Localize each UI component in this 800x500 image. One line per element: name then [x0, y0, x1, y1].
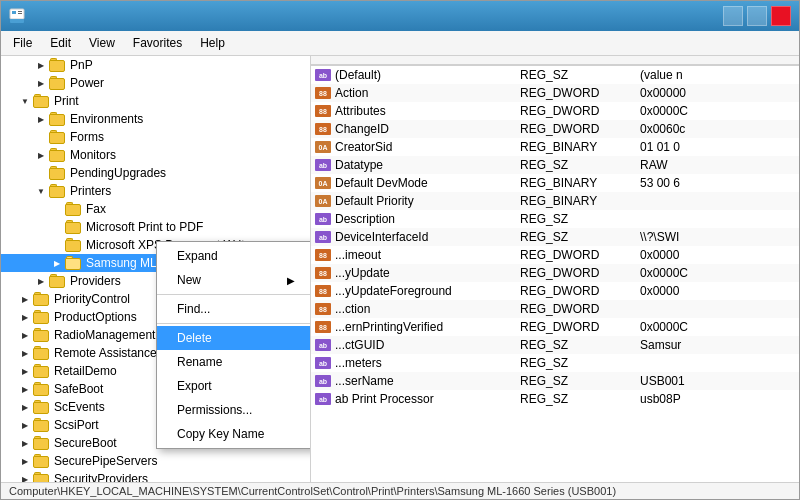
tree-item-monitors[interactable]: ▶Monitors — [1, 146, 310, 164]
tree-item-label: ScEvents — [54, 400, 105, 414]
table-row[interactable]: 0ADefault PriorityREG_BINARY — [311, 192, 799, 210]
registry-entry-name: (Default) — [335, 68, 520, 82]
expander-icon[interactable]: ▶ — [17, 367, 33, 376]
table-row[interactable]: abDatatypeREG_SZRAW — [311, 156, 799, 174]
registry-type-icon: ab — [315, 357, 331, 369]
ctx-item-permissions[interactable]: Permissions... — [157, 398, 311, 422]
tree-item-pendinupgrades[interactable]: PendingUpgrades — [1, 164, 310, 182]
ctx-item-copyname[interactable]: Copy Key Name — [157, 422, 311, 446]
name-column-header — [315, 58, 515, 62]
expander-icon[interactable]: ▶ — [17, 457, 33, 466]
ctx-item-find[interactable]: Find... — [157, 297, 311, 321]
data-column-header — [635, 58, 795, 62]
ctx-item-expand[interactable]: Expand — [157, 244, 311, 268]
registry-type-icon: ab — [315, 393, 331, 405]
maximize-button[interactable] — [747, 6, 767, 26]
minimize-button[interactable] — [723, 6, 743, 26]
expander-icon[interactable]: ▶ — [17, 331, 33, 340]
tree-item-environments[interactable]: ▶Environments — [1, 110, 310, 128]
table-row[interactable]: ab...metersREG_SZ — [311, 354, 799, 372]
folder-icon — [49, 76, 67, 90]
folder-icon — [33, 436, 51, 450]
table-row[interactable]: 88...imeoutREG_DWORD0x0000 — [311, 246, 799, 264]
expander-icon[interactable]: ▶ — [17, 439, 33, 448]
expander-icon[interactable]: ▶ — [49, 259, 65, 268]
ctx-item-delete[interactable]: Delete — [157, 326, 311, 350]
menu-item-favorites[interactable]: Favorites — [125, 33, 190, 53]
table-row[interactable]: 88...ctionREG_DWORD — [311, 300, 799, 318]
menu-item-edit[interactable]: Edit — [42, 33, 79, 53]
registry-entry-type: REG_SZ — [520, 68, 640, 82]
expander-icon[interactable]: ▶ — [17, 295, 33, 304]
registry-header — [311, 56, 799, 66]
menu-item-help[interactable]: Help — [192, 33, 233, 53]
registry-entry-name: Default DevMode — [335, 176, 520, 190]
registry-entry-name: ...ernPrintingVerified — [335, 320, 520, 334]
tree-item-forms[interactable]: Forms — [1, 128, 310, 146]
registry-entry-name: Description — [335, 212, 520, 226]
expander-icon[interactable]: ▼ — [17, 97, 33, 106]
table-row[interactable]: 0ADefault DevModeREG_BINARY53 00 6 — [311, 174, 799, 192]
tree-item-securepipe[interactable]: ▶SecurePipeServers — [1, 452, 310, 470]
tree-pane: ▶PnP▶Power▼Print▶EnvironmentsForms▶Monit… — [1, 56, 311, 482]
registry-entry-type: REG_BINARY — [520, 176, 640, 190]
expander-icon[interactable]: ▶ — [17, 385, 33, 394]
table-row[interactable]: 88ChangeIDREG_DWORD0x0060c — [311, 120, 799, 138]
expander-icon[interactable]: ▶ — [17, 421, 33, 430]
registry-entry-data: 0x0000C — [640, 320, 795, 334]
registry-entry-name: ...serName — [335, 374, 520, 388]
table-row[interactable]: abDescriptionREG_SZ — [311, 210, 799, 228]
table-row[interactable]: ab(Default)REG_SZ(value n — [311, 66, 799, 84]
expander-icon[interactable]: ▶ — [17, 313, 33, 322]
registry-entry-type: REG_DWORD — [520, 122, 640, 136]
table-row[interactable]: 88AttributesREG_DWORD0x0000C — [311, 102, 799, 120]
expander-icon[interactable]: ▶ — [33, 115, 49, 124]
menu-item-view[interactable]: View — [81, 33, 123, 53]
registry-table[interactable]: ab(Default)REG_SZ(value n88ActionREG_DWO… — [311, 66, 799, 482]
expander-icon[interactable]: ▶ — [17, 403, 33, 412]
tree-item-power[interactable]: ▶Power — [1, 74, 310, 92]
tree-item-mspdf[interactable]: Microsoft Print to PDF — [1, 218, 310, 236]
folder-icon — [33, 454, 51, 468]
tree-item-pnp[interactable]: ▶PnP — [1, 56, 310, 74]
tree-item-print[interactable]: ▼Print — [1, 92, 310, 110]
table-row[interactable]: abab Print ProcessorREG_SZusb08P — [311, 390, 799, 408]
table-row[interactable]: ab...ctGUIDREG_SZSamsur — [311, 336, 799, 354]
table-row[interactable]: 0ACreatorSidREG_BINARY01 01 0 — [311, 138, 799, 156]
expander-icon[interactable]: ▶ — [33, 79, 49, 88]
svg-rect-2 — [18, 11, 22, 12]
folder-icon — [33, 94, 51, 108]
expander-icon[interactable]: ▶ — [17, 475, 33, 483]
registry-entry-name: ChangeID — [335, 122, 520, 136]
ctx-item-new[interactable]: New▶ — [157, 268, 311, 292]
expander-icon[interactable]: ▼ — [33, 187, 49, 196]
expander-icon[interactable]: ▶ — [33, 151, 49, 160]
expander-icon[interactable]: ▶ — [33, 61, 49, 70]
table-row[interactable]: 88...yUpdateREG_DWORD0x0000C — [311, 264, 799, 282]
registry-entry-type: REG_SZ — [520, 212, 640, 226]
folder-icon — [49, 112, 67, 126]
expander-icon[interactable]: ▶ — [33, 277, 49, 286]
tree-item-secproviders[interactable]: ▶SecurityProviders — [1, 470, 310, 482]
svg-rect-4 — [10, 19, 24, 23]
tree-item-fax[interactable]: Fax — [1, 200, 310, 218]
main-content: ▶PnP▶Power▼Print▶EnvironmentsForms▶Monit… — [1, 56, 799, 482]
folder-icon — [33, 310, 51, 324]
tree-item-label: ScsiPort — [54, 418, 99, 432]
table-row[interactable]: 88...yUpdateForegroundREG_DWORD0x0000 — [311, 282, 799, 300]
table-row[interactable]: 88ActionREG_DWORD0x00000 — [311, 84, 799, 102]
table-row[interactable]: abDeviceInterfaceIdREG_SZ\\?\SWI — [311, 228, 799, 246]
registry-entry-type: REG_SZ — [520, 158, 640, 172]
tree-item-label: PnP — [70, 58, 93, 72]
registry-entry-type: REG_SZ — [520, 338, 640, 352]
expander-icon[interactable]: ▶ — [17, 349, 33, 358]
ctx-item-export[interactable]: Export — [157, 374, 311, 398]
tree-item-printers[interactable]: ▼Printers — [1, 182, 310, 200]
registry-entry-data: 0x0000C — [640, 266, 795, 280]
folder-icon — [65, 238, 83, 252]
menu-item-file[interactable]: File — [5, 33, 40, 53]
table-row[interactable]: 88...ernPrintingVerifiedREG_DWORD0x0000C — [311, 318, 799, 336]
table-row[interactable]: ab...serNameREG_SZUSB001 — [311, 372, 799, 390]
ctx-item-rename[interactable]: Rename — [157, 350, 311, 374]
close-button[interactable] — [771, 6, 791, 26]
